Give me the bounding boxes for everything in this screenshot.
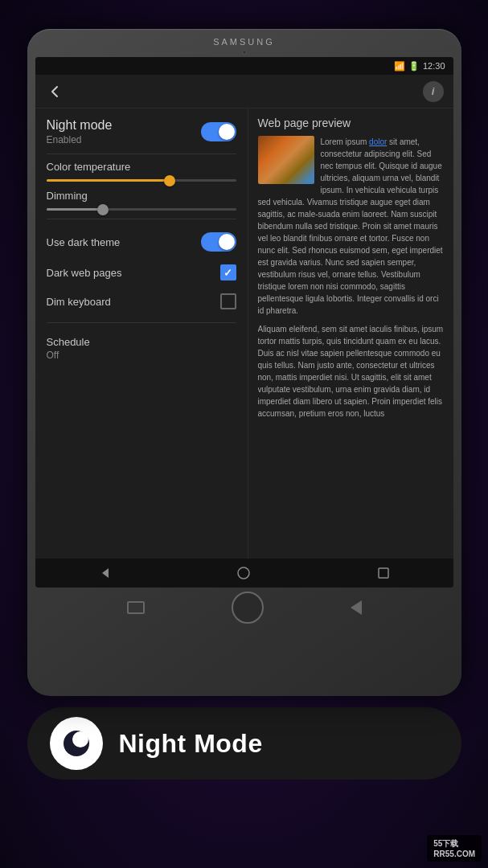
screen: 📶 🔋 12:30 i [35,57,453,588]
wifi-icon: 📶 [394,61,405,72]
dim-keyboard-row: Dim keyboard [47,287,236,316]
preview-image [258,136,314,184]
camera-dot [242,50,247,55]
dim-keyboard-checkbox[interactable] [220,293,236,309]
dark-theme-label: Use dark theme [47,236,121,248]
hw-back-button[interactable] [351,600,362,615]
schedule-title: Schedule [47,336,236,348]
dark-theme-row: Use dark theme [47,226,236,258]
brand-label: SAMSUNG [35,37,453,47]
dimming-thumb[interactable] [97,204,109,215]
content-area: Night mode Enabled Color temperature [35,108,453,559]
hw-recent-button[interactable] [127,601,145,614]
divider-2 [47,219,236,219]
night-mode-toggle[interactable] [201,122,236,141]
nav-bar [35,559,453,588]
moon-icon [62,729,91,758]
night-mode-info: Night mode Enabled [47,118,113,145]
info-button[interactable]: i [423,81,444,102]
tablet-bottom [35,588,453,628]
night-mode-row: Night mode Enabled [47,118,236,145]
banner-icon [50,717,103,770]
nav-recent-button[interactable] [374,563,393,583]
svg-rect-2 [379,568,388,578]
preview-paragraph-2: Aliquam eleifend, sem sit amet iaculis f… [258,323,444,420]
banner-text: Night Mode [119,729,263,759]
color-temp-fill [47,179,170,182]
time-display: 12:30 [423,61,445,71]
svg-marker-0 [102,568,109,578]
dimming-section: Dimming [47,190,236,211]
status-bar: 📶 🔋 12:30 [35,57,453,75]
app-bar: i [35,75,453,108]
right-panel: Web page preview Lorem ipsum dolor sit a… [248,108,453,559]
status-icons: 📶 🔋 12:30 [394,61,445,72]
dim-keyboard-label: Dim keyboard [47,296,111,308]
color-temp-label: Color temperature [47,161,236,173]
watermark: 55下载 RR55.COM [427,835,482,862]
tablet-shell: SAMSUNG 📶 🔋 12:30 [27,29,461,696]
checkmark: ✓ [223,267,232,279]
preview-text-2: Aliquam eleifend, sem sit amet iaculis f… [258,323,444,420]
dark-web-pages-checkbox[interactable]: ✓ [220,264,236,280]
color-temperature-section: Color temperature [47,161,236,182]
night-mode-banner: Night Mode [27,707,461,780]
color-temp-thumb[interactable] [164,175,175,186]
svg-point-1 [238,567,249,579]
color-temp-track[interactable] [47,179,236,182]
nav-back-button[interactable] [95,563,114,583]
dark-web-pages-row: Dark web pages ✓ [47,258,236,287]
dark-theme-toggle[interactable] [201,232,236,252]
night-mode-title: Night mode [47,118,113,133]
battery-icon: 🔋 [408,61,420,72]
preview-link[interactable]: dolor [369,137,387,146]
dimming-track[interactable] [47,208,236,211]
night-mode-subtitle: Enabled [47,134,113,145]
schedule-value: Off [47,350,236,361]
back-button[interactable] [45,82,64,101]
dimming-fill [47,208,104,211]
svg-point-4 [72,731,88,747]
preview-paragraph-1: Lorem ipsum dolor sit amet, consectetur … [258,136,444,317]
dark-web-pages-label: Dark web pages [47,267,122,279]
schedule-row[interactable]: Schedule Off [47,330,236,367]
divider-1 [47,154,236,154]
left-panel: Night mode Enabled Color temperature [35,108,248,559]
hw-home-button[interactable] [232,592,264,624]
dimming-label: Dimming [47,190,236,202]
nav-home-button[interactable] [234,563,253,583]
preview-title: Web page preview [258,117,444,129]
watermark-line2: RR55.COM [433,850,475,858]
watermark-line1: 55下载 [433,838,475,850]
divider-3 [47,322,236,323]
